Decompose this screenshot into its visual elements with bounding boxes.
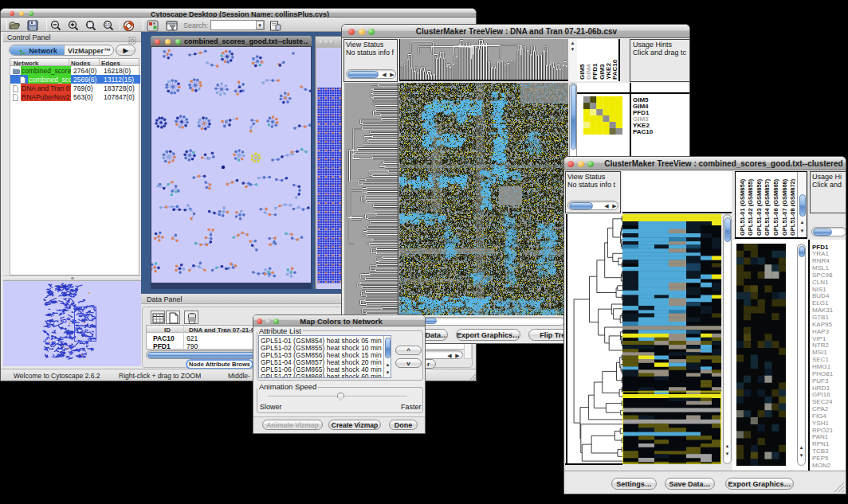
svg-text:GPL51-04 (GSM857): GPL51-04 (GSM857)	[764, 178, 771, 236]
svg-text:GPL51-06 (GSM865): GPL51-06 (GSM865)	[772, 178, 779, 236]
svg-text:GPL51-03 (GSM856): GPL51-03 (GSM856)	[756, 178, 763, 236]
svg-text:GPL51-08 (GSM872): GPL51-08 (GSM872)	[789, 178, 795, 236]
svg-text:GPL51-07 (GSM868): GPL51-07 (GSM868)	[781, 178, 788, 236]
svg-text:GPL51-02 (GSM855): GPL51-02 (GSM855)	[747, 178, 754, 236]
svg-text:PAC10: PAC10	[611, 59, 618, 80]
svg-text:GPL51-01 (GSM854): GPL51-01 (GSM854)	[739, 178, 746, 236]
svg-text:1:1: 1:1	[105, 23, 111, 27]
